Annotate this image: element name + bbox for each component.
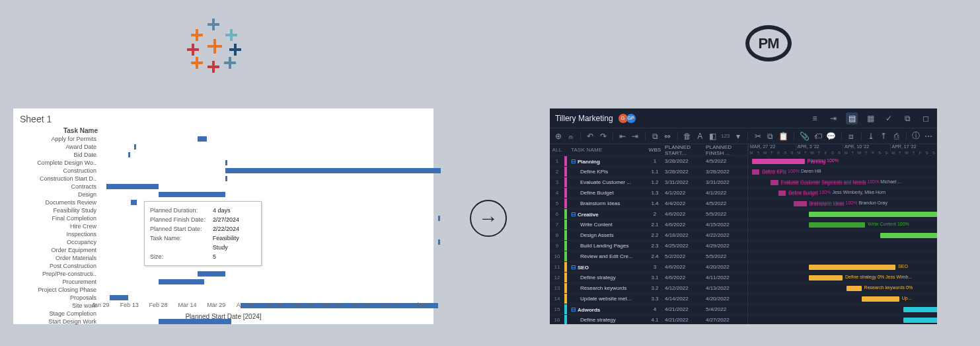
gantt-bar[interactable] — [159, 279, 204, 284]
undo-icon[interactable]: ↶ — [586, 130, 595, 142]
task-label[interactable]: Project Closing Phase — [13, 286, 98, 294]
gantt-bar[interactable] — [106, 184, 158, 189]
table-row[interactable]: 10Review and Edit Cre...2.45/2/20225/5/2… — [550, 251, 747, 262]
row-task-name[interactable]: Define KPIs — [567, 169, 645, 175]
task-label[interactable]: Procurement — [13, 278, 98, 286]
chevron-down-icon[interactable]: ▾ — [734, 130, 742, 142]
add-user-icon[interactable]: ⍝ — [566, 130, 575, 142]
task-label[interactable]: Construction — [13, 167, 98, 175]
gantt-bar[interactable] — [198, 271, 225, 277]
gantt-bar[interactable] — [847, 286, 862, 291]
row-task-name[interactable]: Define strategy — [567, 317, 645, 323]
col-planned-start[interactable]: PLANNED START... — [665, 144, 706, 156]
task-label[interactable]: Construction Start D.. — [13, 175, 98, 183]
add-task-icon[interactable]: ⊕ — [554, 130, 562, 142]
table-row[interactable]: 12Define strategy3.14/6/20224/11/2022 — [550, 273, 747, 283]
gantt-bar[interactable] — [809, 265, 896, 270]
row-task-name[interactable]: Design Assets — [567, 232, 645, 238]
task-label[interactable]: Order Materials — [13, 254, 98, 262]
row-task-name[interactable]: ⊟Adwords — [567, 306, 645, 313]
info-icon[interactable]: ⓘ — [912, 130, 921, 142]
gantt-bar[interactable] — [225, 168, 441, 173]
row-task-name[interactable]: Build Landing Pages — [567, 243, 645, 249]
avatar-stack[interactable]: GGP — [620, 114, 636, 123]
task-label[interactable]: Post Construction — [13, 262, 98, 270]
tag-icon[interactable]: 🏷 — [813, 130, 822, 142]
copy-icon[interactable]: ⧉ — [766, 130, 774, 142]
task-label[interactable]: Documents Review — [13, 198, 98, 206]
layers-icon[interactable]: ⧈ — [847, 130, 856, 142]
col-planned-finish[interactable]: PLANNED FINISH ... — [706, 144, 747, 156]
table-row[interactable]: 4Define Budget1.34/1/20224/1/2022 — [550, 188, 747, 198]
row-task-name[interactable]: Define Budget — [567, 190, 645, 196]
row-task-name[interactable]: Write Content — [567, 222, 645, 228]
gantt-bar[interactable] — [110, 295, 128, 300]
row-task-name[interactable]: ⊟Creative — [567, 211, 645, 218]
view-list-icon[interactable]: ≡ — [809, 112, 821, 124]
gantt-bar[interactable]: Define KPIs — [752, 169, 759, 175]
gantt-bar[interactable]: Evaluate Customer Segments and Needs — [771, 180, 778, 185]
gantt-bar[interactable] — [809, 222, 866, 228]
table-row[interactable]: 1⊟Planning13/28/20224/5/2022 — [550, 156, 747, 167]
view-check-icon[interactable]: ✓ — [883, 112, 895, 124]
view-copy-icon[interactable]: ⧉ — [901, 112, 913, 124]
font-icon[interactable]: A — [696, 130, 704, 142]
link-icon[interactable]: ⧉ — [651, 130, 660, 142]
collapse-toggle-icon[interactable]: ⊟ — [571, 306, 576, 313]
attachment-icon[interactable]: 📎 — [800, 130, 810, 142]
table-row[interactable]: 3Evaluate Customer ...1.23/31/20223/31/2… — [550, 177, 747, 188]
task-label[interactable]: Feasibility Study — [13, 206, 98, 214]
col-all[interactable]: ALL — [550, 147, 564, 153]
task-label[interactable]: Hire Crew — [13, 222, 98, 230]
task-label[interactable]: Prep/Pre-constructi.. — [13, 270, 98, 278]
task-label[interactable]: Bid Date — [13, 151, 98, 159]
table-row[interactable]: 7Write Content2.14/6/20224/15/2022 — [550, 220, 747, 230]
gantt-bar[interactable] — [225, 176, 227, 181]
table-row[interactable]: 9Build Landing Pages2.34/25/20224/29/202… — [550, 241, 747, 251]
gantt-bar[interactable] — [438, 239, 440, 245]
view-gantt-icon[interactable]: ▤ — [846, 112, 858, 124]
redo-icon[interactable]: ↷ — [599, 130, 607, 142]
row-task-name[interactable]: Evaluate Customer ... — [567, 179, 645, 185]
col-wbs[interactable]: WBS — [645, 147, 665, 153]
gantt-bar[interactable] — [128, 152, 130, 157]
task-label[interactable]: Complete Design Wo.. — [13, 159, 98, 167]
row-task-name[interactable]: Review and Edit Cre... — [567, 253, 645, 259]
gantt-bar[interactable] — [809, 275, 843, 281]
row-task-name[interactable]: Define strategy — [567, 275, 645, 281]
avatar[interactable]: GP — [626, 114, 636, 123]
view-box-icon[interactable]: ◻ — [920, 112, 932, 124]
task-label[interactable]: Inspections — [13, 230, 98, 238]
gantt-bar[interactable]: Brainstorm Ideas — [794, 201, 807, 206]
task-label[interactable]: Final Completion — [13, 214, 98, 222]
table-row[interactable]: 13Research keywords3.24/12/20224/13/2022 — [550, 283, 747, 294]
gantt-bar[interactable] — [131, 200, 137, 205]
gantt-bar[interactable] — [809, 212, 937, 217]
task-label[interactable]: Award Date — [13, 143, 98, 151]
print-icon[interactable]: ⎙ — [892, 130, 901, 142]
gantt-bar[interactable] — [134, 144, 136, 150]
outdent-icon[interactable]: ⇤ — [619, 130, 627, 142]
paste-icon[interactable]: 📋 — [778, 130, 788, 142]
collapse-toggle-icon[interactable]: ⊟ — [571, 158, 576, 165]
row-task-name[interactable]: ⊟SEO — [567, 264, 645, 271]
table-row[interactable]: 2Define KPIs1.13/28/20223/28/2022 — [550, 167, 747, 177]
palette-icon[interactable]: ◧ — [708, 130, 717, 142]
row-task-name[interactable]: ⊟Planning — [567, 158, 645, 165]
task-label[interactable]: Site work — [13, 302, 98, 310]
more-icon[interactable]: ⋯ — [924, 130, 933, 142]
task-label[interactable]: Apply for Permits — [13, 135, 98, 143]
col-task-name[interactable]: TASK NAME — [567, 147, 645, 153]
comment-icon[interactable]: 💬 — [826, 130, 836, 142]
gantt-bar[interactable] — [159, 192, 225, 197]
table-row[interactable]: 5Brainstorm Ideas1.44/4/20224/5/2022 — [550, 198, 747, 209]
collapse-toggle-icon[interactable]: ⊟ — [571, 211, 576, 218]
gantt-bar[interactable] — [880, 233, 937, 238]
task-label[interactable]: Contracts — [13, 183, 98, 191]
gantt-bar[interactable] — [438, 216, 440, 221]
task-label[interactable]: Occupancy — [13, 238, 98, 246]
gantt-bar[interactable] — [903, 318, 937, 323]
table-row[interactable]: 16Define strategy4.14/21/20224/27/2022 — [550, 315, 747, 324]
table-row[interactable]: 11⊟SEO34/6/20224/20/2022 — [550, 262, 747, 273]
delete-icon[interactable]: 🗑 — [683, 130, 692, 142]
